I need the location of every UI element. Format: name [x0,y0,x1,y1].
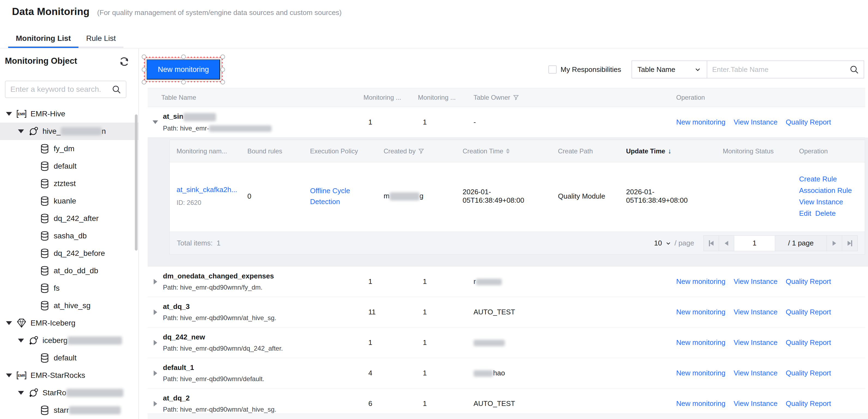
view-instance-link[interactable]: View Instance [799,198,843,206]
tree-item-at-do-dd-db[interactable]: at_do_dd_db [0,262,138,280]
view-instance-link[interactable]: View Instance [734,399,778,408]
col-monitoring-status: Monitoring Status [716,148,792,155]
tree-item-emr-hive[interactable]: EMREMR-Hive [0,105,138,123]
new-monitoring-link[interactable]: New monitoring [676,277,725,286]
row-expander-icon[interactable] [148,370,163,376]
view-instance-link[interactable]: View Instance [734,277,778,286]
redacted-text [183,113,216,121]
tree-item-starro[interactable]: StarRo [0,384,138,401]
row-expander-icon[interactable] [148,340,163,346]
annotation-handle[interactable] [220,80,225,85]
tree-item-hive-[interactable]: hive_n [0,123,138,140]
expand-arrow-icon[interactable] [6,112,12,116]
tree-item-emr-iceberg[interactable]: EMR-Iceberg [0,314,138,332]
table-search-input[interactable] [712,65,849,74]
new-monitoring-link[interactable]: New monitoring [676,399,725,408]
tree-item-fs[interactable]: fs [0,280,138,297]
row-expander-icon[interactable] [148,121,163,124]
monitoring-count-1: 1 [360,339,415,347]
annotation-handle[interactable] [181,80,186,85]
table-owner: AUTO_TEST [469,399,676,408]
expand-arrow-icon[interactable] [6,374,12,377]
view-instance-link[interactable]: View Instance [734,308,778,316]
page-size-select[interactable]: 10/ page [654,239,694,247]
tree-item-ztztest[interactable]: ztztest [0,175,138,192]
my-responsibilities-checkbox[interactable] [549,65,557,73]
expand-arrow-icon[interactable] [18,391,24,395]
quality-report-link[interactable]: Quality Report [786,369,831,377]
filter-icon[interactable] [513,95,519,100]
tree-item-kuanle[interactable]: kuanle [0,192,138,210]
next-page-button[interactable] [827,236,842,251]
annotation-handle[interactable] [220,67,225,72]
current-page-input[interactable]: 1 [734,236,775,251]
tab-monitoring-list[interactable]: Monitoring List [8,32,79,49]
new-monitoring-link[interactable]: New monitoring [676,369,725,377]
tree-item-emr-starrocks[interactable]: EMREMR-StarRocks [0,367,138,384]
tree-item-default[interactable]: default [0,158,138,175]
row-expander-icon[interactable] [148,279,163,284]
table-owner: hao [469,369,676,377]
expand-arrow-icon[interactable] [18,129,24,133]
table-row[interactable]: default_1Path: hive_emr-qbd90wmn/default… [148,358,865,388]
row-expander-icon[interactable] [148,310,163,315]
prev-page-button[interactable] [719,236,734,251]
filter-icon[interactable] [418,148,424,154]
expand-arrow-icon[interactable] [6,321,12,325]
sidebar-search-input[interactable] [10,85,112,94]
tree-item-default[interactable]: default [0,349,138,367]
tree-item-sasha-db[interactable]: sasha_db [0,227,138,245]
execution-policy-link[interactable]: Offline Cycle Detection [310,185,365,207]
new-monitoring-button[interactable]: New monitoring [147,59,220,79]
tree-item-fy-dm[interactable]: fy_dm [0,140,138,158]
refresh-icon[interactable] [119,56,130,67]
row-expander-icon[interactable] [148,401,163,407]
search-icon[interactable] [849,65,859,74]
annotation-handle[interactable] [142,55,146,59]
sidebar-scrollbar[interactable] [135,115,137,251]
create-rule-link[interactable]: Create Rule [799,175,837,183]
quality-report-link[interactable]: Quality Report [786,118,831,126]
sort-icon[interactable] [506,149,510,154]
quality-report-link[interactable]: Quality Report [786,308,831,316]
table-row[interactable]: dm_onedata_changed_expensesPath: hive_em… [148,266,865,297]
table-row[interactable]: at_sinPath: hive_emr-11-New monitoringVi… [148,107,865,137]
association-rule-link[interactable]: Association Rule [799,186,852,195]
annotation-handle[interactable] [142,80,146,85]
annotation-handle[interactable] [142,67,146,72]
new-monitoring-link[interactable]: New monitoring [676,308,725,316]
quality-report-link[interactable]: Quality Report [786,399,831,408]
redacted-text [68,336,122,345]
tree-item-dq-242-before[interactable]: dq_242_before [0,245,138,262]
tab-rule-list[interactable]: Rule List [79,32,123,49]
new-monitoring-link[interactable]: New monitoring [676,118,725,126]
table-row[interactable]: dq_242_newPath: hive_emr-qbd90wmn/dq_242… [148,327,865,358]
last-page-button[interactable] [842,236,857,251]
annotation-handle[interactable] [220,55,225,59]
monitoring-name-link[interactable]: at_sink_ckafka2h... [177,186,241,194]
monitoring-table: Table Name Monitoring ... Monitoring ...… [148,88,865,419]
view-instance-link[interactable]: View Instance [734,118,778,126]
table-row[interactable]: at_dq_3Path: hive_emr-qbd90wmn/at_hive_s… [148,297,865,327]
quality-report-link[interactable]: Quality Report [786,339,831,347]
tree-item-starr[interactable]: starr [0,401,138,419]
edit-link[interactable]: Edit [799,209,811,217]
search-field-select[interactable]: Table Name [631,61,707,78]
quality-report-link[interactable]: Quality Report [786,277,831,286]
view-instance-link[interactable]: View Instance [734,339,778,347]
sidebar: Monitoring Object EMREMR-Hivehive_nfy_dm… [0,49,139,419]
tree-item-dq-242-after[interactable]: dq_242_after [0,210,138,227]
delete-link[interactable]: Delete [815,209,836,217]
expand-arrow-icon[interactable] [18,339,24,343]
tree-item-iceberg[interactable]: iceberg [0,332,138,349]
first-page-button[interactable] [704,236,719,251]
annotation-box: New monitoring [144,57,223,82]
new-monitoring-link[interactable]: New monitoring [676,339,725,347]
view-instance-link[interactable]: View Instance [734,369,778,377]
table-owner: r [469,277,676,286]
annotation-handle[interactable] [181,55,186,59]
tree-item-at-hive-sg[interactable]: at_hive_sg [0,297,138,314]
col-update-time[interactable]: Update Time↓ [619,147,716,155]
search-icon[interactable] [112,85,121,94]
monitoring-id: ID: 2620 [177,199,202,206]
